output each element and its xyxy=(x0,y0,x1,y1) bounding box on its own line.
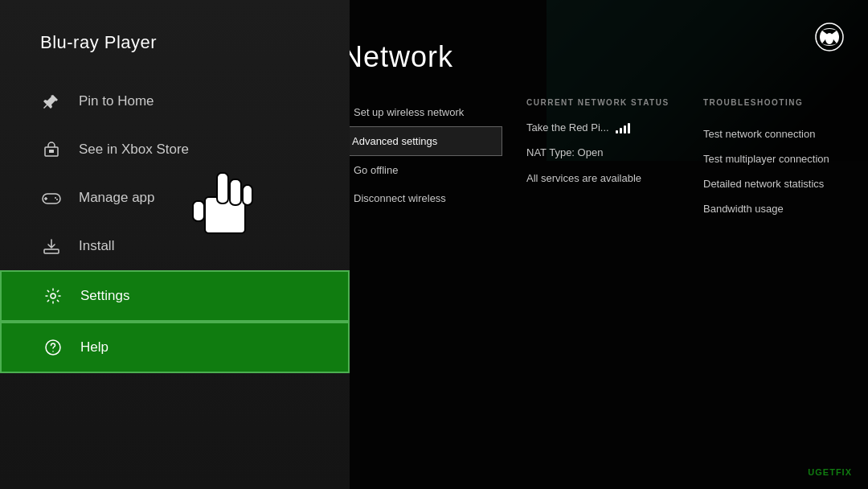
gamepad-icon xyxy=(40,187,63,209)
manage-app-label: Manage app xyxy=(79,190,155,206)
svg-point-6 xyxy=(56,199,58,200)
help-icon xyxy=(42,336,64,359)
sidebar-item-pin-to-home[interactable]: Pin to Home xyxy=(0,77,350,125)
option-advanced-settings[interactable]: Advanced settings xyxy=(342,126,502,156)
sidebar-item-help[interactable]: Help xyxy=(0,322,350,373)
troubleshoot-header: TROUBLESHOOTING xyxy=(703,98,864,107)
status-header: CURRENT NETWORK STATUS xyxy=(526,98,679,107)
store-icon xyxy=(40,138,63,161)
pin-icon xyxy=(40,90,63,113)
troubleshoot-detailed-stats[interactable]: Detailed network statistics xyxy=(703,171,864,196)
svg-point-17 xyxy=(825,33,833,44)
svg-point-8 xyxy=(51,294,55,298)
troubleshoot-column: TROUBLESHOOTING Test network connection … xyxy=(679,98,864,221)
sidebar-item-install[interactable]: Install xyxy=(0,222,350,270)
watermark: UGETFIX xyxy=(808,467,852,477)
app-title: Blu-ray Player xyxy=(0,0,350,77)
svg-point-5 xyxy=(55,197,56,199)
troubleshoot-test-multiplayer[interactable]: Test multiplayer connection xyxy=(703,146,864,171)
sidebar-item-manage-app[interactable]: Manage app xyxy=(0,174,350,222)
left-panel: Blu-ray Player Pin to Home See in Xbox S… xyxy=(0,0,350,489)
svg-rect-7 xyxy=(44,249,59,253)
watermark-prefix: UGET xyxy=(808,467,836,477)
option-go-offline[interactable]: Go offline xyxy=(342,156,502,184)
watermark-highlight: FIX xyxy=(836,467,852,477)
network-options: Set up wireless network Advanced setting… xyxy=(342,98,502,221)
troubleshoot-test-network[interactable]: Test network connection xyxy=(703,121,864,146)
gear-icon xyxy=(42,285,64,307)
status-nat-type: NAT Type: Open xyxy=(526,145,679,159)
pin-to-home-label: Pin to Home xyxy=(79,93,154,109)
status-network-name: Take the Red Pi... xyxy=(526,121,679,134)
install-icon xyxy=(40,235,63,257)
right-panel: Network Set up wireless network Advanced… xyxy=(301,0,868,489)
xbox-store-label: See in Xbox Store xyxy=(79,142,189,158)
option-set-up-wireless[interactable]: Set up wireless network xyxy=(342,98,502,126)
network-title: Network xyxy=(301,0,868,98)
troubleshoot-bandwidth[interactable]: Bandwidth usage xyxy=(703,196,864,221)
status-column: CURRENT NETWORK STATUS Take the Red Pi..… xyxy=(502,98,679,221)
install-label: Install xyxy=(79,238,114,254)
svg-point-10 xyxy=(52,351,54,352)
sidebar-item-xbox-store[interactable]: See in Xbox Store xyxy=(0,125,350,174)
option-disconnect-wireless[interactable]: Disconnect wireless xyxy=(342,184,502,212)
status-services: All services are available xyxy=(526,171,679,185)
svg-rect-1 xyxy=(49,150,54,153)
network-content: Set up wireless network Advanced setting… xyxy=(301,98,868,221)
settings-label: Settings xyxy=(80,288,129,304)
help-label: Help xyxy=(80,339,108,355)
signal-bars xyxy=(616,122,630,134)
sidebar-item-settings[interactable]: Settings xyxy=(0,270,350,322)
xbox-logo xyxy=(815,23,844,51)
